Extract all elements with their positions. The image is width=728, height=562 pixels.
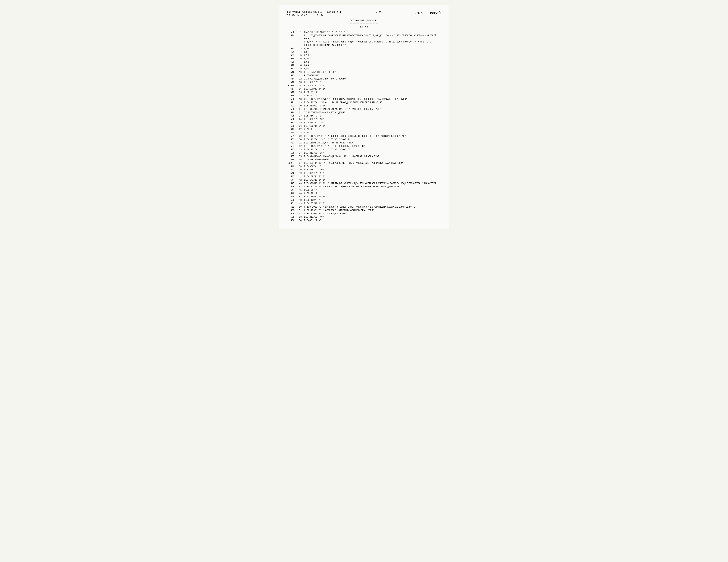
row-num2: 50 <box>296 205 304 209</box>
row-num2: 29 <box>296 135 304 138</box>
table-row: 52523Е16-35#7-1* 1* <box>287 114 441 117</box>
row-content: Р ОТОПЛЕНИЕ* <box>304 74 441 77</box>
row-content: С130-92* 2* <box>304 192 441 195</box>
row-num2: 36 <box>296 158 304 161</box>
row-num1: 513 <box>287 74 296 77</box>
table-row: 54846С130-92* 2* <box>287 192 441 195</box>
row-num2: 14 <box>296 84 304 87</box>
header-right: 571779 9862/4 <box>415 11 441 15</box>
row-num2: 13 <box>296 81 304 84</box>
row-num2: 2 <box>296 34 304 37</box>
row-content: Д2-Н* <box>304 54 441 57</box>
row-num1: 554 <box>287 212 296 215</box>
row-num2: 18 <box>296 98 304 101</box>
table-row: 52119Е18-116#5-2* 52,0* * ТО ЖЕ ПРОХОДНЫ… <box>287 101 441 104</box>
row-num2: 24 <box>296 118 304 121</box>
row-content: Е16-219#22* 139* <box>304 104 441 107</box>
table-row: 54038Е16-35#7-1* 6* <box>287 165 441 168</box>
table-row: 52321Е15-614#164-8(Н1О=45)(Н21=0)* 24* *… <box>287 108 441 111</box>
row-num2: 17 <box>296 94 304 97</box>
row-num1: 532 <box>287 138 296 141</box>
row-content: Е18-116#5-2* 5,8* * ТО ЖЕ КН20-2,9К* <box>304 138 441 141</box>
row-num1: 538 <box>287 158 296 161</box>
table-row: 53028С130-92* 2* <box>287 131 441 134</box>
row-num2: 19 <box>296 101 304 104</box>
row-num1: 510 <box>287 64 296 67</box>
row-num2: 25 <box>296 121 304 124</box>
row-num1: 511 <box>287 67 296 70</box>
row-content: Е16-36#7-1* 10* <box>304 168 441 171</box>
row-content: С130-1030* 7* * КРАНЫ ТРЕХХОДОВЫЕ НАТЯЖН… <box>304 185 441 188</box>
row-num2: 54 <box>296 219 304 222</box>
row-num1: 545 <box>287 182 296 185</box>
program-label: ПРОГРАММНЫЙ КОМПЛЕКС АВС-ЗЕС ( РЕДАКЦИЯ … <box>287 11 344 14</box>
row-num1: 537 <box>287 155 296 158</box>
table-row: 51816С130-91* 2* <box>287 91 441 94</box>
row-num1: 555 <box>287 215 296 219</box>
table-row: 53129Е18-116#5-2* 2,8* * КОНВЕКТОРЫ ОТОП… <box>287 135 441 138</box>
author: Д. IХ <box>317 14 323 17</box>
table-row: 52826Е18-196#11-6* 1* <box>287 125 441 128</box>
table-row: 53432Е18-116#5-2* 2,9* * ТО ЖЕ ПРОХОДНЫЕ… <box>287 145 441 148</box>
row-num2: 22 <box>296 111 304 114</box>
row-num2: 31 <box>296 141 304 144</box>
row-num2: 3 <box>296 47 304 50</box>
row-num1: 517 <box>287 87 296 91</box>
row-content: Е18-116#5-2* 2,8* * КОНВЕКТОРЫ ОТОПИТЕЛЬ… <box>304 135 441 138</box>
row-num2: 23 <box>296 114 304 117</box>
row-num1: 531 <box>287 135 296 138</box>
row-content: Е16-219#22* 40* <box>304 215 441 219</box>
row-content: II УЗЕЛ УПРАВЛЕНИЯ* <box>304 158 441 161</box>
row-num1: 534 <box>287 145 296 148</box>
table-row: 5075Д2-Н* <box>287 54 441 57</box>
row-num1: 515 <box>287 81 296 84</box>
row-content: Е15-614#164-8(Н1О=45)(Н21=0)* 24* * МАСЛ… <box>304 108 441 111</box>
row-num1: 541 <box>287 168 296 171</box>
row-content: Б* * ВОДОЗАБОРНЫЕ СООРУЖЕНИЯ ПРОИЗВОДИТЕ… <box>304 34 441 47</box>
row-content: Б15=46* Н21=0* <box>304 219 441 222</box>
row-num1: 539 · <box>287 162 296 165</box>
row-num2: 53 <box>296 215 304 219</box>
row-num2: 43 <box>296 182 304 185</box>
row-num2: 40 <box>296 172 304 175</box>
row-content: II ВСПОМОГАТЕЛЬНАЯ 4ПСТЬ ЗДАНИЯ* <box>304 111 441 114</box>
table-row: 50319571779* Н9Г1В1М1* * * 1* * * * * <box>287 31 441 34</box>
row-num1: 525 <box>287 114 296 117</box>
table-row: 52220Е16-219#22* 139* <box>287 104 441 107</box>
table-row: 51715Е18-196#11-6* 2* <box>287 87 441 91</box>
row-num2: 26 <box>296 125 304 128</box>
table-row: 5108Д4-А* <box>287 64 441 67</box>
row-content: Е18-196#11-6* 2* <box>304 87 441 91</box>
row-num1: 546 <box>287 185 296 188</box>
table-row: 52422II ВСПОМОГАТЕЛЬНАЯ 4ПСТЬ ЗДАНИЯ* <box>287 111 441 114</box>
table-row: 51917С130-92* 4* <box>287 94 441 97</box>
row-num2: 35 <box>296 155 304 158</box>
row-num1: 548 <box>287 192 296 195</box>
table-row: 52725Е16-37#7-1* 45* <box>287 121 441 124</box>
row-content: С130-91* 4* <box>304 188 441 192</box>
row-content: Е18-116#5-2* 21* ** ТО ЖЕ КН20-3,5П* <box>304 148 441 151</box>
row-num1: 556 <box>287 219 296 222</box>
row-content: Е16-36#7-1* 136* <box>304 84 441 87</box>
row-content: Д4-А* <box>304 64 441 67</box>
row-num1: 543 <box>287 175 296 178</box>
row-num2: 8 <box>296 64 304 67</box>
row-num1: 526 <box>287 118 296 121</box>
row-num1: 552 <box>287 205 296 209</box>
row-num1: 540 <box>287 165 296 168</box>
table-row: 55452С130-1791* 4* * ТО ЖЕ ДИАМ 32ММ* <box>287 212 441 215</box>
row-content: Е16-35#7-1* 6* <box>304 165 441 168</box>
row-num2: 39 <box>296 168 304 171</box>
table-row: 53836II УЗЕЛ УПРАВЛЕНИЯ* <box>287 158 441 161</box>
row-num1: 533 <box>287 141 296 144</box>
table-row: 53230Е18-116#5-2* 5,8* * ТО ЖЕ КН20-2,9К… <box>287 138 441 141</box>
table-row: 54341Е18-189#11-3* 2* <box>287 175 441 178</box>
table-row: 51311Р ОТОПЛЕНИЕ* <box>287 74 441 77</box>
header-left: ПРОГРАММНЫЙ КОМПЛЕКС АВС-ЗЕС ( РЕДАКЦИЯ … <box>287 11 344 17</box>
row-num1: 550 <box>287 198 296 202</box>
row-num2: 52 <box>296 212 304 215</box>
section-title: ИСХОДНЫЕ ДАННЫЕ <box>287 19 441 22</box>
right-code: 571779 <box>415 12 423 14</box>
table-row: 55149Е16-135#12-1* 2* <box>287 202 441 205</box>
table-row: 53735Е15-614#164-8(Н1О=45)(Н21=0)* 10* *… <box>287 155 441 158</box>
